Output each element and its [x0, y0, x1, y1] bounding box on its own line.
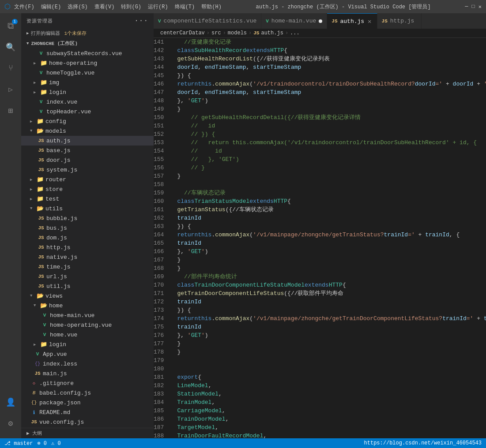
code-editor[interactable]: 1411421431441451461471481491501511521531… — [154, 38, 486, 438]
tab-auth-js[interactable]: JS auth.js ✕ — [327, 13, 377, 29]
window-controls[interactable]: ─ □ ✕ — [465, 4, 482, 10]
tab-http-js[interactable]: JS http.js — [377, 13, 422, 29]
tree-item-auth-js[interactable]: JS auth.js — [21, 136, 154, 146]
menu-help[interactable]: 帮助(H) — [201, 3, 222, 11]
file-label: login — [49, 341, 66, 348]
tree-item-app-vue[interactable]: V App.vue — [21, 349, 154, 359]
activity-debug[interactable]: ▷ — [0, 79, 21, 100]
menu-edit[interactable]: 编辑(E) — [41, 3, 61, 11]
tree-item-home-folder[interactable]: ▼ 📂 home — [21, 301, 154, 310]
breadcrumb-part-5[interactable]: ... — [290, 30, 300, 36]
tree-item-dom-js[interactable]: JS dom.js — [21, 233, 154, 243]
minimize-button[interactable]: ─ — [465, 4, 468, 10]
line-number: 162 — [154, 214, 170, 222]
activity-search[interactable]: 🔍 — [0, 37, 21, 58]
tab-home-main[interactable]: V home-main.vue — [261, 13, 327, 29]
tab-component-life-statistics[interactable]: V componentLifeStatistics.vue — [154, 13, 261, 29]
line-number: 187 — [154, 423, 170, 432]
line-number: 159 — [154, 189, 170, 197]
tree-item-package-json[interactable]: {} package.json — [21, 398, 154, 407]
tree-item-utils-folder[interactable]: ▼ 📂 utils — [21, 204, 154, 213]
workspace-section[interactable]: ▼ ZHONGCHE (工作区) — [21, 38, 154, 49]
tree-item-home-vue[interactable]: V home.vue — [21, 330, 154, 340]
sidebar-menu-icon[interactable]: ··· — [134, 17, 148, 25]
tree-item-home-operating-folder[interactable]: ▶ 📁 home-operating — [21, 58, 154, 68]
folder-arrow: ▶ — [30, 187, 36, 192]
tree-item-router-folder[interactable]: ▶ 📁 router — [21, 175, 154, 184]
activity-source-control[interactable]: ⑂ — [0, 58, 21, 79]
breadcrumb-part-2[interactable]: src — [211, 30, 221, 36]
tree-item-vue-config-js[interactable]: JS vue.config.js — [21, 417, 154, 427]
code-line: } — [177, 256, 486, 264]
settings-icon: ⚙ — [8, 418, 13, 428]
tree-item-models-folder[interactable]: ▼ 📂 models — [21, 126, 154, 136]
tree-item-config-folder[interactable]: ▶ 📁 config — [21, 116, 154, 126]
tree-item-index-vue[interactable]: V index.vue — [21, 97, 154, 107]
tree-item-main-js[interactable]: JS main.js — [21, 369, 154, 378]
babel-file-icon: B — [30, 390, 38, 396]
tree-item-img-folder[interactable]: ▶ 📁 img — [21, 78, 154, 87]
status-bar-right: https://blog.csdn.net/weixin_46054543 — [364, 440, 482, 446]
tree-item-native-js[interactable]: JS native.js — [21, 252, 154, 262]
tree-item-store-folder[interactable]: ▶ 📁 store — [21, 184, 154, 194]
activity-account[interactable]: 👤 — [0, 392, 21, 413]
breadcrumb-part-1[interactable]: centerCarDatav — [160, 30, 205, 36]
tree-item-home-main-vue[interactable]: V home-main.vue — [21, 310, 154, 320]
menu-terminal[interactable]: 终端(T) — [175, 3, 195, 11]
file-label: bus.js — [46, 225, 67, 231]
menu-file[interactable]: 文件(F) — [14, 3, 34, 11]
breadcrumb-part-4[interactable]: auth.js — [261, 30, 283, 36]
menu-bar[interactable]: 文件(F) 编辑(E) 选择(S) 查看(V) 转到(G) 运行(R) 终端(T… — [14, 3, 222, 11]
tree-item-subwayStateRecords[interactable]: V subwayStateRecords.vue — [21, 49, 154, 58]
tree-item-topHeader[interactable]: V topHeader.vue — [21, 107, 154, 116]
tree-item-homeToggle[interactable]: V homeToggle.vue — [21, 68, 154, 78]
outline-section[interactable]: ▶ 大纲 — [21, 428, 154, 438]
menu-select[interactable]: 选择(S) — [68, 3, 88, 11]
line-number: 176 — [154, 331, 170, 340]
tree-item-home-operating-vue[interactable]: V home-operating.vue — [21, 320, 154, 330]
unsaved-dot — [319, 19, 322, 23]
maximize-button[interactable]: □ — [472, 4, 475, 10]
error-count[interactable]: ⊗ 0 — [37, 440, 47, 447]
vue-file-icon: V — [37, 99, 45, 105]
tree-item-http-js[interactable]: JS http.js — [21, 243, 154, 252]
debug-icon: ▷ — [8, 85, 13, 94]
tree-item-login-folder2[interactable]: ▶ 📁 login — [21, 340, 154, 349]
tree-item-base-js[interactable]: JS base.js — [21, 146, 154, 155]
menu-run[interactable]: 运行(R) — [148, 3, 168, 11]
tree-item-bubble-js[interactable]: JS bubble.js — [21, 213, 154, 223]
activity-settings[interactable]: ⚙ — [0, 413, 21, 434]
tree-item-readme-md[interactable]: ℹ README.md — [21, 407, 154, 417]
code-line: TrainDoorFaultRecordModel, — [177, 432, 486, 438]
file-label: base.js — [46, 147, 71, 154]
code-content[interactable]: //亚健康变化记录 class SubHealthRecord extends … — [177, 38, 486, 438]
activity-explorer[interactable]: ⧉ 1 — [0, 15, 21, 37]
file-label: topHeader.vue — [46, 108, 91, 115]
line-number: 174 — [154, 314, 170, 323]
tree-item-login-folder1[interactable]: ▶ 📁 login — [21, 87, 154, 97]
tab-close-auth[interactable]: ✕ — [367, 18, 372, 25]
tree-item-util-js[interactable]: JS util.js — [21, 281, 154, 291]
code-line: //亚健康变化记录 — [177, 38, 486, 46]
warning-count[interactable]: ⚠ 0 — [51, 440, 61, 447]
breadcrumb-part-3[interactable]: models — [228, 30, 247, 36]
tree-item-url-js[interactable]: JS url.js — [21, 272, 154, 281]
close-button[interactable]: ✕ — [478, 4, 482, 10]
menu-view[interactable]: 查看(V) — [94, 3, 115, 11]
tree-item-time-js[interactable]: JS time.js — [21, 262, 154, 272]
tree-item-gitignore[interactable]: ◇ .gitignore — [21, 378, 154, 388]
vue-tab-icon: V — [158, 19, 161, 24]
menu-goto[interactable]: 转到(G) — [121, 3, 141, 11]
file-label: package.json — [39, 399, 81, 406]
tree-item-test-folder[interactable]: ▶ 📁 test — [21, 194, 154, 204]
tree-item-views-folder[interactable]: ▼ 📂 views — [21, 291, 154, 301]
tree-item-bus-js[interactable]: JS bus.js — [21, 223, 154, 233]
tree-item-system-js[interactable]: JS system.js — [21, 165, 154, 175]
open-editors-section[interactable]: ▶ 打开的编辑器 1个未保存 — [21, 28, 154, 38]
activity-extensions[interactable]: ⊞ — [0, 100, 21, 121]
tree-item-babel-config[interactable]: B babel.config.js — [21, 388, 154, 398]
line-number: 171 — [154, 289, 170, 298]
tree-item-door-js[interactable]: JS door.js — [21, 155, 154, 165]
git-branch[interactable]: ⎇ master — [4, 440, 33, 447]
tree-item-index-less[interactable]: {} index.less — [21, 359, 154, 369]
